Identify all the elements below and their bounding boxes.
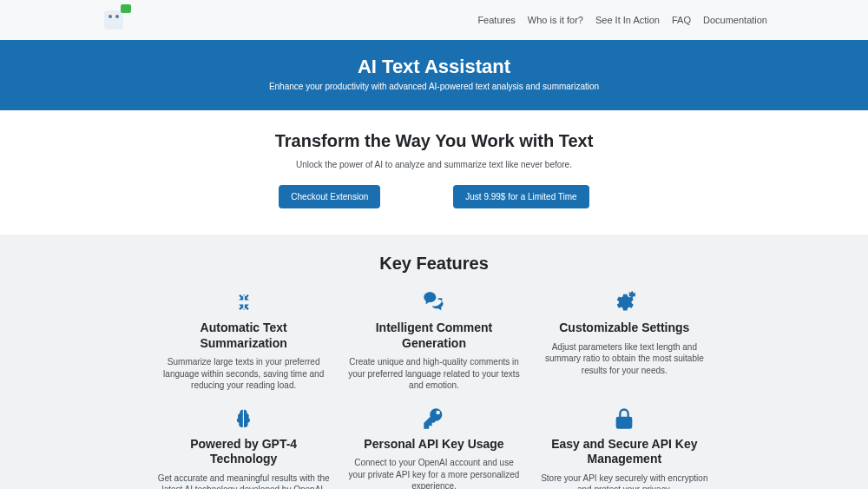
feature-title: Customizable Settings [537,320,712,336]
feature-desc: Get accurate and meaningful results with… [156,472,331,490]
price-button[interactable]: Just 9.99$ for a Limited Time [453,185,589,208]
features-section: Key Features Automatic Text Summarizatio… [0,235,868,489]
transform-title: Transform the Way You Work with Text [0,131,868,151]
gears-icon [611,289,637,315]
nav-action[interactable]: See It In Action [595,15,660,25]
lock-icon [611,406,637,432]
checkout-button[interactable]: Checkout Extension [279,185,380,208]
compress-icon [231,289,257,315]
nav-docs[interactable]: Documentation [703,15,767,25]
feature-title: Easy and Secure API Key Management [537,437,712,467]
feature-desc: Store your API key securely with encrypt… [537,472,712,490]
feature-card: Easy and Secure API Key Management Store… [537,406,712,490]
feature-desc: Create unique and high-quality comments … [346,356,521,392]
feature-title: Personal API Key Usage [346,437,521,453]
key-icon [421,406,447,432]
feature-title: Powered by GPT-4 Technology [156,437,331,467]
transform-section: Transform the Way You Work with Text Unl… [0,110,868,235]
feature-desc: Summarize large texts in your preferred … [156,356,331,392]
main-nav: Features Who is it for? See It In Action… [477,15,767,25]
hero-title: AI Text Assistant [0,56,868,78]
hero-subtitle: Enhance your productivity with advanced … [0,82,868,91]
feature-desc: Adjust parameters like text length and s… [537,341,712,377]
feature-title: Automatic Text Summarization [156,320,331,351]
logo[interactable] [101,7,127,33]
transform-text: Unlock the power of AI to analyze and su… [0,160,868,169]
feature-title: Intelligent Comment Generation [346,320,521,351]
features-title: Key Features [0,254,868,274]
nav-features[interactable]: Features [477,15,515,25]
nav-who[interactable]: Who is it for? [528,15,583,25]
feature-card: Powered by GPT-4 Technology Get accurate… [156,406,331,490]
feature-desc: Connect to your OpenAI account and use y… [346,457,521,489]
brain-icon [231,406,257,432]
feature-card: Personal API Key Usage Connect to your O… [346,406,521,490]
feature-card: Intelligent Comment Generation Create un… [346,289,521,392]
feature-card: Customizable Settings Adjust parameters … [537,289,712,392]
feature-card: Automatic Text Summarization Summarize l… [156,289,331,392]
nav-faq[interactable]: FAQ [672,15,691,25]
topbar: Features Who is it for? See It In Action… [0,0,868,40]
hero: AI Text Assistant Enhance your productiv… [0,40,868,110]
comments-icon [421,289,447,315]
